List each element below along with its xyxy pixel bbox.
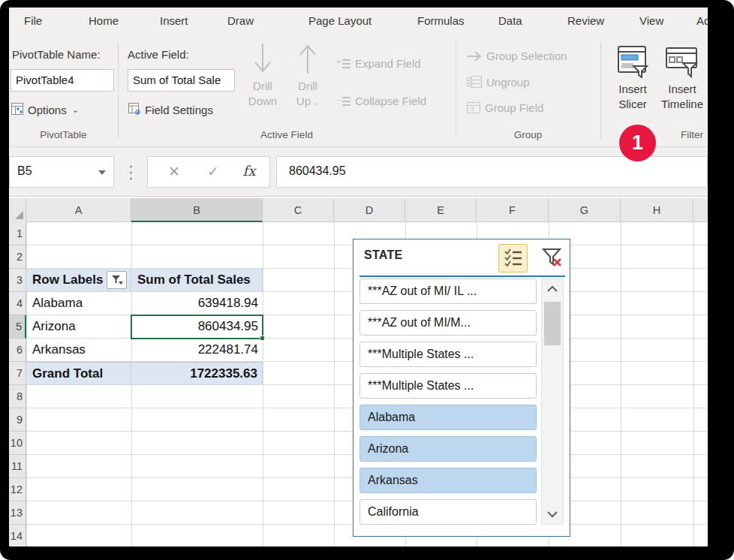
insert-function-button[interactable]: fx [232, 157, 266, 187]
insert-slicer-icon [615, 44, 650, 78]
row-header-13[interactable]: 13 [9, 501, 26, 525]
slicer-scrollbar[interactable] [541, 278, 564, 525]
drill-down-button[interactable]: Drill Down [244, 42, 281, 109]
pivottable-name-input[interactable]: PivotTable4 [11, 69, 114, 92]
ribbon-tab-file[interactable]: File [24, 14, 42, 27]
ribbon-tab-home[interactable]: Home [89, 14, 119, 27]
name-box-value: B5 [17, 164, 32, 177]
svg-text:7: 7 [471, 106, 474, 113]
ribbon-tab-pagelayout[interactable]: Page Layout [308, 14, 372, 27]
ungroup-button[interactable]: Ungroup [466, 75, 530, 89]
fill-handle[interactable] [260, 336, 265, 341]
scrollbar-thumb[interactable] [544, 302, 561, 345]
drill-up-label: Drill Up⌄ [289, 79, 326, 110]
insert-timeline-button[interactable]: Insert Timeline [657, 44, 707, 112]
state-slicer[interactable]: STATE ***AZ out of MI/ IL ...***AZ out o… [353, 239, 570, 537]
chevron-down-icon: ⌄ [72, 105, 79, 115]
formula-input[interactable]: 860434.95 [276, 156, 708, 188]
group-field-icon: 7 [466, 101, 481, 114]
drill-down-icon [253, 42, 272, 75]
insert-slicer-label: Insert Slicer [613, 82, 652, 112]
formula-buttons: ✕ ✓ fx [147, 156, 270, 188]
slicer-item-azoutofmiil[interactable]: ***AZ out of MI/ IL ... [359, 278, 537, 304]
insert-slicer-button[interactable]: Insert Slicer [611, 44, 654, 112]
multi-select-button[interactable] [498, 244, 528, 272]
ribbon-group-active-field: Active Field: Sum of Total Sale ⚙ Field … [118, 36, 456, 147]
select-all-triangle-icon [15, 211, 23, 219]
ribbon-tab-add[interactable]: Add- [696, 14, 708, 27]
ribbon-tab-formulas[interactable]: Formulas [417, 14, 465, 27]
ungroup-icon [466, 75, 483, 89]
formula-value: 860434.95 [289, 164, 346, 177]
row-header-14[interactable]: 14 [9, 525, 26, 546]
name-box-dropdown-icon[interactable] [98, 170, 106, 175]
group-label-group: Group [456, 129, 600, 140]
row-header-8[interactable]: 8 [9, 385, 26, 408]
column-header-E[interactable]: E [405, 198, 477, 222]
clear-filter-button[interactable] [537, 244, 567, 272]
column-header-F[interactable]: F [477, 198, 549, 222]
insert-timeline-label: Insert Timeline [658, 82, 706, 112]
multi-select-icon [504, 248, 522, 268]
row-header-1[interactable]: 1 [9, 222, 26, 245]
field-settings-label: Field Settings [145, 104, 213, 116]
ribbon-tab-insert[interactable]: Insert [160, 14, 188, 27]
select-all-corner[interactable] [9, 198, 26, 222]
collapse-field-button[interactable]: − Collapse Field [336, 95, 426, 107]
name-box[interactable]: B5 [9, 156, 114, 188]
slicer-title: STATE [364, 248, 403, 262]
column-header-H[interactable]: H [621, 198, 693, 222]
ribbon-tab-review[interactable]: Review [567, 14, 604, 27]
clear-filter-icon [542, 248, 563, 269]
slicer-item-california[interactable]: California [359, 499, 537, 525]
group-field-button[interactable]: 7 Group Field [466, 101, 543, 114]
svg-text:⚙: ⚙ [134, 108, 141, 116]
active-field-input[interactable]: Sum of Total Sale [128, 69, 235, 92]
chevron-up-icon [546, 285, 558, 293]
expand-field-button[interactable]: + Expand Field [336, 57, 421, 70]
formula-bar-separator-dots-icon[interactable] [130, 164, 132, 180]
ribbon-tab-view[interactable]: View [639, 14, 663, 27]
pivot-value-header: Sum of Total Sales [131, 269, 263, 292]
row-labels-filter-button[interactable] [107, 271, 127, 289]
scroll-down-button[interactable] [542, 504, 563, 524]
row-header-6[interactable]: 6 [9, 339, 26, 362]
options-button[interactable]: Options ⌄ [11, 102, 79, 118]
row-header-2[interactable]: 2 [9, 245, 26, 269]
column-header-A[interactable]: A [26, 198, 131, 222]
ribbon-tab-bar: FileHomeInsertDrawPage LayoutFormulasDat… [9, 8, 708, 36]
group-label-active-field: Active Field [118, 129, 456, 140]
row-header-9[interactable]: 9 [9, 408, 26, 432]
row-header-12[interactable]: 12 [9, 478, 26, 501]
pivot-grand-total-label: Grand Total [26, 362, 131, 385]
ribbon-group-group: Group Selection Ungroup 7 Group Field Gr… [456, 36, 600, 147]
row-header-10[interactable]: 10 [9, 432, 26, 455]
expand-field-icon: + [336, 58, 351, 70]
slicer-item-alabama[interactable]: Alabama [359, 405, 537, 430]
slicer-item-arkansas[interactable]: Arkansas [359, 468, 537, 493]
drill-up-button[interactable]: Drill Up⌄ [289, 42, 326, 110]
field-settings-button[interactable]: ⚙ Field Settings [128, 102, 213, 118]
column-header-D[interactable]: D [334, 198, 405, 222]
selected-cell-B5[interactable] [131, 315, 263, 339]
active-field-label: Active Field: [128, 48, 189, 61]
slicer-item-azoutofmim[interactable]: ***AZ out of MI/M... [359, 310, 537, 336]
column-header-G[interactable]: G [549, 198, 621, 222]
column-header-C[interactable]: C [263, 198, 334, 222]
enter-button[interactable]: ✓ [196, 157, 230, 187]
row-header-11[interactable]: 11 [9, 455, 26, 478]
slicer-item-multiplestates[interactable]: ***Multiple States ... [359, 373, 537, 399]
row-header-5[interactable]: 5 [9, 315, 26, 339]
ribbon-tab-draw[interactable]: Draw [227, 14, 254, 27]
group-selection-button[interactable]: Group Selection [466, 50, 567, 62]
slicer-item-arizona[interactable]: Arizona [359, 436, 537, 462]
scroll-up-button[interactable] [542, 279, 563, 299]
row-header-4[interactable]: 4 [9, 292, 26, 315]
slicer-item-multiplestates[interactable]: ***Multiple States ... [359, 342, 537, 367]
row-header-7[interactable]: 7 [9, 362, 26, 385]
cancel-button[interactable]: ✕ [157, 157, 191, 187]
formula-bar-row: B5 ✕ ✓ fx 860434.95 [9, 147, 708, 197]
ribbon-tab-data[interactable]: Data [498, 14, 522, 27]
row-header-3[interactable]: 3 [9, 269, 26, 292]
column-header-B[interactable]: B [131, 198, 263, 222]
